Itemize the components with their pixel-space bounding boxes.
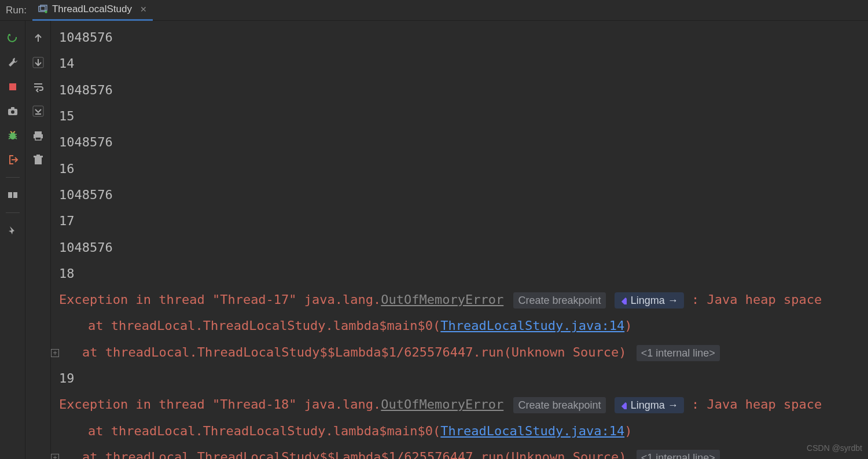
svg-rect-19 [621, 402, 627, 409]
create-breakpoint-badge[interactable]: Create breakpoint [513, 292, 605, 309]
exception-text: Exception in thread "Thread-17" java.lan… [59, 292, 381, 307]
stack-line: +at threadLocal.ThreadLocalStudy$$Lambda… [51, 339, 868, 365]
output-line: 1048576 [59, 24, 868, 50]
internal-lines-badge[interactable]: <1 internal line> [637, 450, 720, 459]
svg-rect-12 [35, 131, 42, 134]
run-config-icon [38, 5, 47, 14]
up-arrow-icon[interactable] [30, 30, 46, 46]
svg-rect-18 [621, 298, 627, 304]
svg-rect-3 [9, 83, 16, 90]
output-line: 15 [59, 103, 868, 129]
svg-rect-15 [35, 157, 42, 164]
exit-icon[interactable] [5, 152, 21, 168]
svg-rect-9 [13, 192, 17, 198]
soft-wrap-icon[interactable] [30, 79, 46, 95]
output-line: 17 [59, 208, 868, 234]
lingma-badge[interactable]: Lingma → [615, 397, 684, 413]
rerun-button[interactable] [5, 30, 21, 46]
svg-point-7 [10, 133, 16, 139]
lingma-badge[interactable]: Lingma → [615, 292, 684, 309]
source-link[interactable]: ThreadLocalStudy.java:14 [440, 424, 624, 438]
divider [6, 177, 20, 178]
lingma-label: Lingma → [631, 397, 678, 413]
svg-rect-11 [33, 106, 43, 116]
run-header: Run: ThreadLocalStudy ✕ [0, 0, 868, 21]
close-tab-icon[interactable]: ✕ [140, 5, 147, 14]
run-tab-title: ThreadLocalStudy [52, 3, 132, 15]
print-icon[interactable] [30, 127, 46, 144]
exception-suffix: : Java heap space [692, 292, 822, 307]
debug-bug-icon[interactable] [5, 127, 21, 144]
divider [6, 212, 20, 213]
exception-text: Exception in thread "Thread-18" java.lan… [59, 397, 381, 412]
lingma-label: Lingma → [631, 292, 678, 309]
svg-rect-8 [8, 192, 12, 198]
lingma-icon [618, 296, 627, 305]
svg-point-6 [11, 111, 14, 114]
svg-rect-14 [35, 137, 41, 140]
camera-icon[interactable] [5, 103, 21, 119]
stop-button[interactable] [5, 79, 21, 95]
output-line: 14 [59, 50, 868, 76]
output-line: 18 [59, 260, 868, 287]
exception-suffix: : Java heap space [692, 397, 822, 412]
run-toolbar-secondary [25, 21, 51, 459]
svg-rect-17 [36, 155, 40, 156]
output-line: 1048576 [59, 182, 868, 208]
svg-rect-5 [11, 107, 14, 109]
exception-line: Exception in thread "Thread-17" java.lan… [59, 287, 868, 313]
layout-icon[interactable] [5, 187, 21, 203]
run-label: Run: [2, 5, 32, 16]
trash-icon[interactable] [30, 152, 46, 168]
internal-lines-badge[interactable]: <1 internal line> [637, 345, 720, 361]
run-config-tab[interactable]: ThreadLocalStudy ✕ [32, 0, 153, 21]
source-link[interactable]: ThreadLocalStudy.java:14 [440, 318, 624, 333]
output-line: 1048576 [59, 234, 868, 260]
svg-point-2 [45, 10, 47, 13]
down-arrow-icon[interactable] [30, 54, 46, 71]
watermark: CSDN @syrdbt [807, 440, 862, 457]
expand-icon[interactable]: + [51, 349, 59, 357]
error-class-link[interactable]: OutOfMemoryError [381, 397, 503, 412]
wrench-icon[interactable] [5, 54, 21, 71]
stack-line: +at threadLocal.ThreadLocalStudy$$Lambda… [51, 444, 868, 459]
output-line: 19 [59, 365, 868, 391]
stack-line: at threadLocal.ThreadLocalStudy.lambda$m… [59, 313, 868, 339]
lingma-icon [618, 401, 627, 410]
error-class-link[interactable]: OutOfMemoryError [381, 292, 503, 307]
scroll-to-end-icon[interactable] [30, 103, 46, 119]
stack-line: at threadLocal.ThreadLocalStudy.lambda$m… [59, 418, 868, 444]
console-output[interactable]: 1048576 14 1048576 15 1048576 16 1048576… [51, 21, 868, 459]
expand-icon[interactable]: + [51, 454, 59, 459]
output-line: 1048576 [59, 77, 868, 103]
create-breakpoint-badge[interactable]: Create breakpoint [513, 397, 605, 413]
output-line: 16 [59, 156, 868, 182]
pin-icon[interactable] [5, 222, 21, 238]
exception-line: Exception in thread "Thread-18" java.lan… [59, 391, 868, 417]
run-toolbar-primary [0, 21, 25, 459]
output-line: 1048576 [59, 129, 868, 155]
